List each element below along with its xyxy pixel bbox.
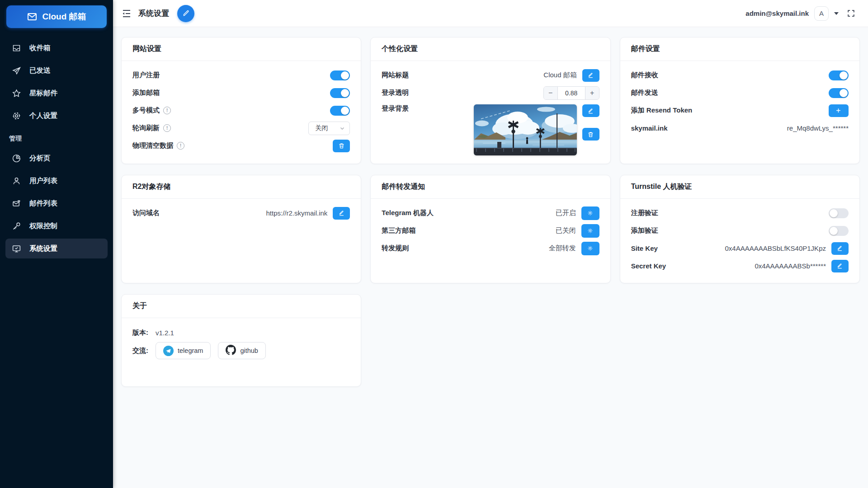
sidebar-item-permissions[interactable]: 权限控制 (5, 216, 108, 236)
opacity-value[interactable]: 0.88 (557, 87, 585, 99)
monitor-check-icon (12, 244, 21, 253)
app-logo[interactable]: Cloud 邮箱 (6, 5, 107, 28)
github-link-button[interactable]: github (218, 342, 266, 359)
inbox-icon (12, 43, 21, 53)
telegram-link-button[interactable]: telegram (156, 342, 211, 359)
trash-icon (587, 131, 594, 138)
pencil-icon (587, 72, 594, 79)
setting-row-secret-key: Secret Key 0x4AAAAAAABSb****** (631, 257, 849, 275)
forward-rule-status: 全部转发 (549, 244, 576, 253)
info-icon: ! (163, 107, 171, 114)
third-party-settings-button[interactable] (581, 224, 599, 238)
app-logo-label: Cloud 邮箱 (42, 11, 86, 23)
add-resend-token-button[interactable] (829, 104, 849, 117)
telegram-bot-status: 已开启 (556, 209, 576, 217)
star-icon (12, 89, 21, 98)
setting-row-site-key: Site Key 0x4AAAAAAABSbLfKS40P1JKpz (631, 239, 849, 257)
gear-icon (12, 111, 21, 121)
delete-background-button[interactable] (582, 128, 599, 141)
card-title: Turnstile 人机验证 (620, 175, 859, 199)
pie-chart-icon (12, 154, 21, 163)
mail-receive-toggle[interactable] (829, 70, 849, 80)
menu-fold-icon[interactable] (121, 8, 132, 19)
edit-site-title-button[interactable] (582, 69, 599, 82)
setting-row-third-party-mail: 第三方邮箱 已关闭 (382, 222, 599, 239)
sidebar-item-user-list[interactable]: 用户列表 (5, 171, 108, 191)
setting-row-telegram-bot: Telegram 机器人 已开启 (382, 204, 599, 222)
pencil-icon (338, 210, 345, 216)
fullscreen-icon[interactable] (847, 9, 855, 18)
forward-rule-settings-button[interactable] (581, 242, 599, 255)
setting-row-purge-data: 物理清空数据! (132, 137, 350, 155)
card-forward-notify: 邮件转发通知 Telegram 机器人 已开启 第三方邮箱 已关闭 (370, 175, 610, 283)
setting-row-resend-token: 添加 Resend Token (631, 102, 849, 119)
chevron-down-icon[interactable] (834, 12, 839, 15)
setting-row-add-mailbox: 添加邮箱 (132, 84, 350, 102)
version-value: v1.2.1 (156, 329, 174, 337)
register-verify-toggle[interactable] (829, 208, 849, 218)
settings-grid: 网站设置 用户注册 添加邮箱 多号模式! 轮询刷 (113, 27, 868, 397)
card-title: 邮件设置 (620, 38, 859, 61)
key-icon (12, 221, 21, 231)
sidebar-item-label: 已发送 (29, 66, 51, 75)
sidebar-item-starred[interactable]: 星标邮件 (5, 83, 108, 103)
multi-mode-toggle[interactable] (330, 106, 350, 116)
edit-background-button[interactable] (582, 104, 599, 117)
about-version-row: 版本: v1.2.1 (132, 324, 350, 342)
card-title: 关于 (122, 295, 361, 318)
card-title: 网站设置 (122, 38, 361, 61)
card-r2-storage: R2对象存储 访问域名 https://r2.skymail.ink (121, 175, 361, 283)
pencil-icon (836, 245, 843, 252)
setting-row-register-verify: 注册验证 (631, 204, 849, 222)
sidebar-item-label: 系统设置 (29, 244, 57, 253)
pencil-icon (836, 263, 843, 269)
sidebar-item-analytics[interactable]: 分析页 (5, 148, 108, 168)
user-register-toggle[interactable] (330, 70, 350, 80)
third-party-status: 已关闭 (556, 226, 576, 235)
about-contact-row: 交流: telegram github (132, 342, 350, 360)
setting-row-mail-send: 邮件发送 (631, 84, 849, 102)
purge-data-button[interactable] (333, 140, 350, 152)
sidebar-item-label: 分析页 (29, 154, 51, 163)
setting-row-site-title: 网站标题 Cloud 邮箱 (382, 66, 599, 84)
gear-icon (587, 210, 594, 216)
mail-list-icon (12, 199, 21, 208)
setting-row-mail-receive: 邮件接收 (631, 66, 849, 84)
setting-row-multi-mode: 多号模式! (132, 102, 350, 119)
sidebar-item-mail-list[interactable]: 邮件列表 (5, 193, 108, 213)
page-title: 系统设置 (138, 8, 169, 19)
sidebar-item-sent[interactable]: 已发送 (5, 61, 108, 80)
setting-row-token-item: skymail.ink re_Mq8dwLys_****** (631, 119, 849, 137)
sidebar-item-personal-settings[interactable]: 个人设置 (5, 106, 108, 126)
add-verify-toggle[interactable] (829, 226, 849, 236)
increase-button[interactable]: + (585, 87, 599, 99)
setting-row-add-verify: 添加验证 (631, 222, 849, 239)
login-background-image[interactable] (474, 104, 577, 155)
edit-site-key-button[interactable] (831, 242, 849, 255)
account-email: admin@skymail.ink (745, 9, 809, 17)
sidebar: Cloud 邮箱 收件箱 已发送 星标邮件 个人设置 管理 分析页 用户列表 邮… (0, 0, 113, 488)
avatar[interactable]: A (814, 6, 829, 21)
edit-secret-key-button[interactable] (831, 260, 849, 272)
sidebar-item-label: 收件箱 (29, 43, 51, 53)
edit-domain-button[interactable] (333, 207, 350, 220)
telegram-icon (163, 346, 174, 356)
edit-title-button[interactable] (177, 5, 194, 22)
pencil-icon (182, 9, 190, 17)
trash-icon (338, 142, 345, 149)
mail-send-toggle[interactable] (829, 88, 849, 98)
setting-row-user-register: 用户注册 (132, 66, 350, 84)
sidebar-item-label: 星标邮件 (29, 89, 57, 98)
add-mailbox-toggle[interactable] (330, 88, 350, 98)
sidebar-item-system-settings[interactable]: 系统设置 (5, 239, 108, 258)
poll-refresh-select[interactable]: 关闭 (308, 122, 350, 135)
gear-icon (587, 245, 594, 252)
setting-row-forward-rule: 转发规则 全部转发 (382, 239, 599, 257)
sidebar-item-inbox[interactable]: 收件箱 (5, 38, 108, 58)
card-title: 个性化设置 (371, 38, 610, 61)
gear-icon (587, 227, 594, 234)
info-icon: ! (177, 142, 184, 150)
telegram-bot-settings-button[interactable] (581, 206, 599, 220)
decrease-button[interactable]: − (544, 87, 557, 99)
header: 系统设置 admin@skymail.ink A (113, 0, 868, 27)
